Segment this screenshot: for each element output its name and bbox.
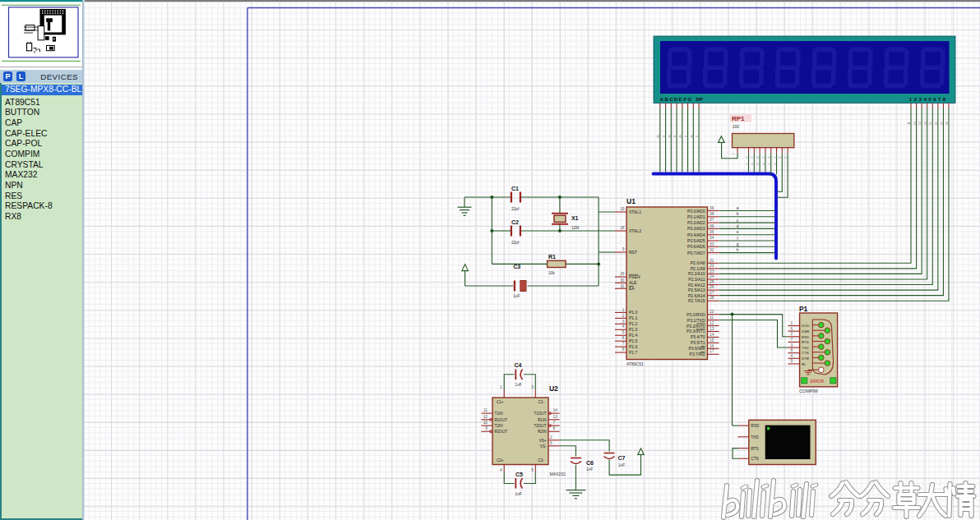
svg-text:18: 18 [945,122,949,125]
svg-text:TXD: TXD [802,346,809,350]
svg-text:4: 4 [622,324,625,329]
svg-text:3: 3 [531,385,534,389]
svg-text:P3.2/INT0: P3.2/INT0 [686,324,705,329]
svg-text:c: c [737,219,739,223]
svg-text:4: 4 [756,157,760,159]
svg-text:3: 3 [622,320,625,324]
svg-text:R1OUT: R1OUT [495,418,508,422]
svg-text:h: h [756,163,760,165]
svg-text:34: 34 [710,236,714,240]
svg-text:D: D [674,97,678,102]
svg-text:P2.0/A8: P2.0/A8 [691,260,705,265]
svg-text:5: 5 [762,157,765,159]
svg-text:U2: U2 [549,384,558,393]
svg-text:a: a [751,163,754,165]
svg-text:R1IN: R1IN [538,418,546,422]
svg-text:2: 2 [622,314,625,318]
svg-text:17: 17 [710,349,714,353]
svg-text:C7: C7 [617,455,625,461]
svg-text:C1: C1 [511,186,519,191]
svg-text:23: 23 [710,269,714,274]
svg-text:18: 18 [620,226,625,230]
svg-text:PSEN: PSEN [629,274,640,279]
svg-text:b: b [737,212,739,216]
svg-text:37: 37 [710,218,714,222]
svg-text:26: 26 [710,285,714,289]
svg-text:DSR: DSR [802,329,809,334]
svg-text:XTAL1: XTAL1 [629,209,641,214]
svg-text:R2OUT: R2OUT [495,430,508,434]
svg-text:7: 7 [622,342,625,346]
svg-text:C2-: C2- [539,458,545,462]
svg-text:RST: RST [629,250,637,255]
svg-text:200: 200 [733,125,739,129]
svg-text:9: 9 [485,426,488,430]
svg-text:P1.1: P1.1 [629,315,638,320]
svg-text:E: E [679,97,682,102]
svg-text:f: f [737,237,738,241]
svg-text:EA: EA [629,286,635,291]
svg-text:RTS: RTS [751,447,759,451]
svg-text:RXD: RXD [751,424,760,428]
svg-text:C2+: C2+ [497,458,504,462]
svg-text:P1.0: P1.0 [629,310,638,315]
svg-text:81: 81 [691,135,694,138]
svg-text:P3.3/INT1: P3.3/INT1 [686,329,705,334]
svg-text:P3.4/T0: P3.4/T0 [691,334,705,339]
svg-text:P2.4/A12: P2.4/A12 [688,283,705,288]
svg-text:XTAL2: XTAL2 [629,228,641,233]
svg-text:81: 81 [668,135,672,138]
svg-text:DTR: DTR [802,357,809,361]
svg-text:ALE: ALE [629,280,637,285]
svg-text:21: 21 [710,259,714,263]
svg-text:a: a [737,206,739,210]
svg-text:VS-: VS- [540,444,547,449]
svg-text:X1: X1 [571,215,579,221]
svg-text:8: 8 [791,348,793,352]
svg-text:2: 2 [791,332,793,336]
svg-text:P1: P1 [799,305,808,313]
svg-text:6: 6 [791,327,793,331]
svg-text:39: 39 [710,206,714,210]
svg-text:RXD: RXD [802,335,809,339]
svg-text:13: 13 [553,415,558,419]
svg-text:U1: U1 [626,197,636,205]
svg-text:P1.7: P1.7 [629,350,638,355]
svg-text:C3: C3 [513,264,520,269]
svg-text:B: B [664,97,668,102]
svg-text:TXD: TXD [751,435,759,439]
svg-text:8: 8 [553,426,556,430]
svg-text:P3.0/RXD: P3.0/RXD [686,312,705,317]
svg-text:h: h [768,163,771,165]
svg-text:12: 12 [710,321,714,325]
svg-text:P0.1/AD1: P0.1/AD1 [687,214,705,219]
svg-text:6: 6 [550,441,552,445]
svg-text:35: 35 [710,230,714,234]
svg-text:12: 12 [913,122,917,125]
svg-text:1uF: 1uF [513,294,520,298]
svg-text:14: 14 [710,333,714,337]
svg-text:P1.2: P1.2 [629,321,638,326]
svg-text:A: A [660,97,664,102]
svg-text:8: 8 [685,136,688,137]
svg-text:16: 16 [710,344,714,348]
svg-text:h: h [746,163,749,165]
svg-text:1nF: 1nF [515,383,522,387]
svg-text:CTS: CTS [802,351,809,355]
svg-text:RP1: RP1 [732,115,745,122]
svg-text:38: 38 [710,212,714,216]
svg-text:36: 36 [710,224,714,228]
svg-text:11: 11 [483,408,488,412]
svg-text:ERROR: ERROR [811,380,825,384]
svg-text:11: 11 [710,315,714,320]
svg-text:d: d [737,224,739,228]
svg-text:P0.4/AD4: P0.4/AD4 [687,232,705,237]
svg-text:3: 3 [791,343,793,347]
svg-text:7: 7 [553,421,556,425]
svg-text:P0.6/AD6: P0.6/AD6 [687,244,705,249]
svg-text:COMPIM: COMPIM [799,389,818,393]
svg-text:P0.3/AD3: P0.3/AD3 [687,226,705,231]
svg-text:C: C [669,97,673,102]
svg-text:4: 4 [791,354,793,358]
svg-text:P2.1/A9: P2.1/A9 [691,266,705,271]
